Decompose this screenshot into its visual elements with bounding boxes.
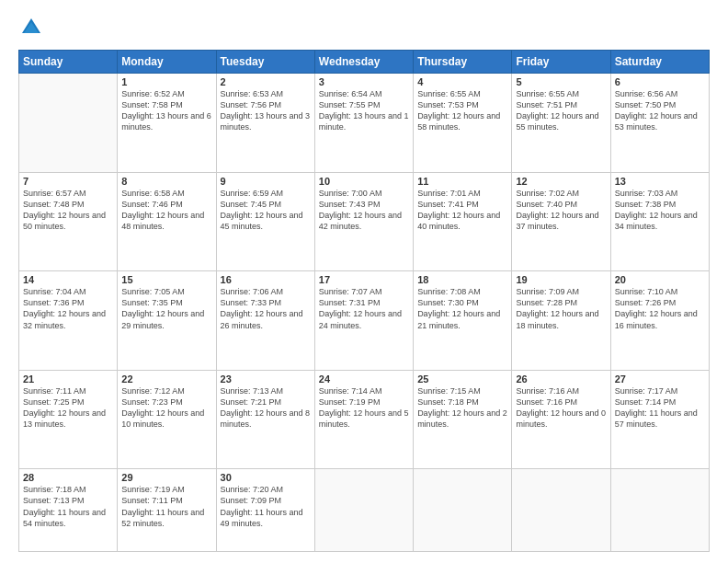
calendar-cell: 1Sunrise: 6:52 AMSunset: 7:58 PMDaylight… (118, 74, 216, 173)
day-number: 22 (121, 373, 211, 385)
calendar-header-sunday: Sunday (19, 51, 118, 74)
calendar-week-row: 21Sunrise: 7:11 AMSunset: 7:25 PMDayligh… (19, 370, 710, 469)
calendar-header-tuesday: Tuesday (216, 51, 314, 74)
calendar-cell: 3Sunrise: 6:54 AMSunset: 7:55 PMDaylight… (314, 74, 413, 173)
day-info: Sunrise: 6:53 AMSunset: 7:56 PMDaylight:… (221, 88, 311, 133)
day-number: 11 (417, 176, 507, 187)
day-info: Sunrise: 6:59 AMSunset: 7:45 PMDaylight:… (221, 188, 311, 233)
day-info: Sunrise: 7:06 AMSunset: 7:33 PMDaylight:… (221, 286, 311, 331)
day-number: 15 (121, 274, 211, 285)
calendar-cell: 13Sunrise: 7:03 AMSunset: 7:38 PMDayligh… (610, 172, 709, 271)
calendar-cell: 2Sunrise: 6:53 AMSunset: 7:56 PMDaylight… (216, 74, 314, 173)
calendar-cell: 15Sunrise: 7:05 AMSunset: 7:35 PMDayligh… (118, 271, 216, 371)
day-info: Sunrise: 6:52 AMSunset: 7:58 PMDaylight:… (121, 88, 211, 133)
calendar-cell: 5Sunrise: 6:55 AMSunset: 7:51 PMDaylight… (512, 74, 610, 173)
day-info: Sunrise: 7:01 AMSunset: 7:41 PMDaylight:… (417, 188, 507, 233)
calendar-cell: 28Sunrise: 7:18 AMSunset: 7:13 PMDayligh… (19, 469, 118, 552)
day-number: 16 (221, 274, 311, 285)
calendar-week-row: 14Sunrise: 7:04 AMSunset: 7:36 PMDayligh… (19, 271, 710, 371)
day-number: 29 (121, 472, 211, 483)
calendar-cell: 6Sunrise: 6:56 AMSunset: 7:50 PMDaylight… (610, 74, 709, 173)
day-number: 30 (221, 472, 311, 483)
calendar-week-row: 7Sunrise: 6:57 AMSunset: 7:48 PMDaylight… (19, 172, 710, 271)
day-info: Sunrise: 7:16 AMSunset: 7:16 PMDaylight:… (516, 385, 606, 431)
calendar-cell: 30Sunrise: 7:20 AMSunset: 7:09 PMDayligh… (216, 469, 314, 552)
day-number: 25 (417, 373, 507, 385)
day-info: Sunrise: 7:11 AMSunset: 7:25 PMDaylight:… (23, 385, 113, 431)
calendar-cell: 21Sunrise: 7:11 AMSunset: 7:25 PMDayligh… (19, 370, 118, 469)
day-info: Sunrise: 7:04 AMSunset: 7:36 PMDaylight:… (23, 286, 113, 331)
calendar-cell: 7Sunrise: 6:57 AMSunset: 7:48 PMDaylight… (19, 172, 118, 271)
day-info: Sunrise: 7:12 AMSunset: 7:23 PMDaylight:… (121, 385, 211, 431)
day-number: 17 (319, 274, 409, 285)
calendar-cell: 23Sunrise: 7:13 AMSunset: 7:21 PMDayligh… (216, 370, 314, 469)
calendar-cell: 14Sunrise: 7:04 AMSunset: 7:36 PMDayligh… (19, 271, 118, 371)
calendar-cell: 27Sunrise: 7:17 AMSunset: 7:14 PMDayligh… (610, 370, 709, 469)
day-info: Sunrise: 7:07 AMSunset: 7:31 PMDaylight:… (319, 286, 409, 331)
calendar-cell: 20Sunrise: 7:10 AMSunset: 7:26 PMDayligh… (610, 271, 709, 371)
logo-icon (18, 15, 44, 40)
day-number: 14 (23, 274, 113, 285)
calendar-header-monday: Monday (118, 51, 216, 74)
calendar-cell (512, 469, 610, 552)
day-number: 10 (319, 176, 409, 187)
calendar-cell: 17Sunrise: 7:07 AMSunset: 7:31 PMDayligh… (314, 271, 413, 371)
day-info: Sunrise: 7:13 AMSunset: 7:21 PMDaylight:… (221, 385, 311, 431)
day-number: 6 (615, 76, 705, 87)
calendar-cell (610, 469, 709, 552)
logo (18, 15, 48, 40)
calendar-cell: 29Sunrise: 7:19 AMSunset: 7:11 PMDayligh… (118, 469, 216, 552)
calendar-header-row: SundayMondayTuesdayWednesdayThursdayFrid… (19, 51, 710, 74)
day-info: Sunrise: 7:19 AMSunset: 7:11 PMDaylight:… (121, 484, 211, 529)
calendar-cell: 12Sunrise: 7:02 AMSunset: 7:40 PMDayligh… (512, 172, 610, 271)
calendar-table: SundayMondayTuesdayWednesdayThursdayFrid… (18, 50, 710, 552)
day-number: 19 (516, 274, 606, 285)
header (18, 15, 710, 40)
day-info: Sunrise: 6:55 AMSunset: 7:51 PMDaylight:… (516, 88, 606, 133)
calendar-week-row: 1Sunrise: 6:52 AMSunset: 7:58 PMDaylight… (19, 74, 710, 173)
day-info: Sunrise: 7:18 AMSunset: 7:13 PMDaylight:… (23, 484, 113, 529)
calendar-cell: 11Sunrise: 7:01 AMSunset: 7:41 PMDayligh… (414, 172, 512, 271)
day-info: Sunrise: 7:03 AMSunset: 7:38 PMDaylight:… (615, 188, 705, 233)
day-info: Sunrise: 7:02 AMSunset: 7:40 PMDaylight:… (516, 188, 606, 233)
calendar-cell: 18Sunrise: 7:08 AMSunset: 7:30 PMDayligh… (414, 271, 512, 371)
calendar-cell: 26Sunrise: 7:16 AMSunset: 7:16 PMDayligh… (512, 370, 610, 469)
day-number: 27 (615, 373, 705, 385)
day-info: Sunrise: 7:00 AMSunset: 7:43 PMDaylight:… (319, 188, 409, 233)
calendar-cell: 4Sunrise: 6:55 AMSunset: 7:53 PMDaylight… (414, 74, 512, 173)
day-info: Sunrise: 6:58 AMSunset: 7:46 PMDaylight:… (121, 188, 211, 233)
day-number: 26 (516, 373, 606, 385)
day-info: Sunrise: 7:08 AMSunset: 7:30 PMDaylight:… (417, 286, 507, 331)
day-number: 7 (23, 176, 113, 187)
day-number: 9 (221, 176, 311, 187)
calendar-cell: 25Sunrise: 7:15 AMSunset: 7:18 PMDayligh… (414, 370, 512, 469)
page: SundayMondayTuesdayWednesdayThursdayFrid… (0, 0, 728, 563)
calendar-cell (19, 74, 118, 173)
calendar-cell: 22Sunrise: 7:12 AMSunset: 7:23 PMDayligh… (118, 370, 216, 469)
day-number: 3 (319, 76, 409, 87)
calendar-cell: 8Sunrise: 6:58 AMSunset: 7:46 PMDaylight… (118, 172, 216, 271)
day-info: Sunrise: 7:15 AMSunset: 7:18 PMDaylight:… (417, 385, 507, 431)
day-info: Sunrise: 6:54 AMSunset: 7:55 PMDaylight:… (319, 88, 409, 133)
day-info: Sunrise: 7:17 AMSunset: 7:14 PMDaylight:… (615, 385, 705, 431)
day-number: 13 (615, 176, 705, 187)
calendar-cell: 24Sunrise: 7:14 AMSunset: 7:19 PMDayligh… (314, 370, 413, 469)
calendar-cell: 9Sunrise: 6:59 AMSunset: 7:45 PMDaylight… (216, 172, 314, 271)
day-number: 12 (516, 176, 606, 187)
day-number: 8 (121, 176, 211, 187)
calendar-header-friday: Friday (512, 51, 610, 74)
day-number: 23 (221, 373, 311, 385)
day-info: Sunrise: 7:05 AMSunset: 7:35 PMDaylight:… (121, 286, 211, 331)
day-number: 5 (516, 76, 606, 87)
day-info: Sunrise: 6:56 AMSunset: 7:50 PMDaylight:… (615, 88, 705, 133)
calendar-header-saturday: Saturday (610, 51, 709, 74)
day-number: 1 (121, 76, 211, 87)
day-info: Sunrise: 7:20 AMSunset: 7:09 PMDaylight:… (221, 484, 311, 529)
calendar-cell: 16Sunrise: 7:06 AMSunset: 7:33 PMDayligh… (216, 271, 314, 371)
calendar-cell: 19Sunrise: 7:09 AMSunset: 7:28 PMDayligh… (512, 271, 610, 371)
day-info: Sunrise: 7:09 AMSunset: 7:28 PMDaylight:… (516, 286, 606, 331)
day-number: 4 (417, 76, 507, 87)
day-number: 2 (221, 76, 311, 87)
day-number: 21 (23, 373, 113, 385)
calendar-cell (414, 469, 512, 552)
